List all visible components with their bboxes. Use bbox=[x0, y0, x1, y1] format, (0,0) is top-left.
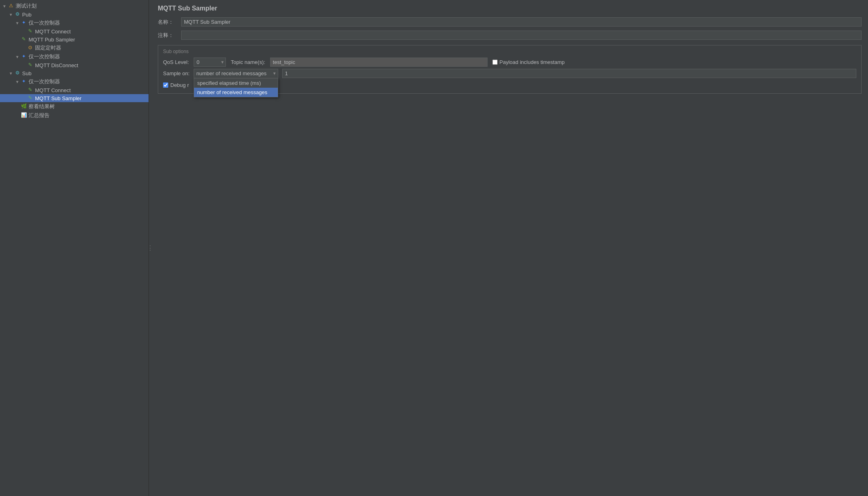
sample-select[interactable]: specified elapsed time (ms) number of re… bbox=[194, 69, 278, 78]
tree-node-icon: 📊 bbox=[20, 112, 27, 119]
comment-row: 注释： bbox=[151, 29, 868, 42]
tree-node-icon: ✦ bbox=[20, 20, 27, 26]
tree-node-icon: ✎ bbox=[27, 62, 34, 68]
sidebar-item-label: 仅一次控制器 bbox=[29, 19, 60, 27]
sample-number-input[interactable] bbox=[282, 69, 856, 78]
sidebar-item-label: MQTT Connect bbox=[35, 29, 71, 35]
payload-checkbox[interactable] bbox=[492, 60, 498, 65]
tree-arrow-icon: ▼ bbox=[14, 80, 20, 84]
sidebar-item-label: MQTT DisConnect bbox=[35, 62, 78, 68]
qos-label: QoS Level: bbox=[163, 59, 189, 65]
sidebar-item-view-results[interactable]: 🌿察看结果树 bbox=[0, 102, 149, 111]
tree-node-icon: ✎ bbox=[20, 36, 27, 43]
sidebar-item-test-plan[interactable]: ▼⚠测试计划 bbox=[0, 2, 149, 10]
tree-arrow-icon: ▼ bbox=[14, 21, 20, 25]
sample-on-label: Sample on: bbox=[163, 70, 190, 76]
sidebar-item-label: 仅一次控制器 bbox=[29, 53, 60, 60]
sidebar-item-mqtt-pub-sampler[interactable]: ✎MQTT Pub Sampler bbox=[0, 35, 149, 43]
sidebar-item-mqtt-connect[interactable]: ✎MQTT Connect bbox=[0, 27, 149, 35]
sample-select-wrapper: specified elapsed time (ms) number of re… bbox=[194, 69, 278, 78]
comment-label: 注释： bbox=[158, 32, 178, 39]
debug-checkbox[interactable] bbox=[163, 82, 168, 88]
tree-arrow-icon: ▼ bbox=[2, 4, 7, 8]
sidebar-item-mqtt-disconnect[interactable]: ✎MQTT DisConnect bbox=[0, 61, 149, 69]
tree-node-icon: 🌿 bbox=[20, 103, 27, 110]
sidebar-item-fixed-timer[interactable]: ⊙固定定时器 bbox=[0, 43, 149, 52]
sidebar-item-mqtt-sub-sampler[interactable]: ✎MQTT Sub Sampler bbox=[0, 94, 149, 102]
tree-node-icon: ⊙ bbox=[27, 45, 34, 51]
tree-node-icon: ⚙ bbox=[14, 70, 21, 76]
debug-checkbox-label[interactable]: Debug r bbox=[163, 82, 189, 88]
sidebar-item-label: Sub bbox=[22, 70, 31, 76]
sample-dropdown-menu: specified elapsed time (ms) number of re… bbox=[194, 78, 278, 97]
tree-arrow-icon: ▼ bbox=[14, 55, 20, 59]
panel: MQTT Sub Sampler 名称： 注释： Sub options QoS… bbox=[151, 0, 868, 94]
name-label: 名称： bbox=[158, 19, 178, 26]
sidebar-item-label: 测试计划 bbox=[16, 2, 37, 10]
qos-topic-row: QoS Level: 0 1 2 ▼ Topic name(s): Payloa… bbox=[163, 58, 856, 67]
sidebar-item-label: Pub bbox=[22, 12, 31, 18]
payload-label: Payload includes timestamp bbox=[500, 59, 565, 65]
sidebar: ▼⚠测试计划▼⚙Pub▼✦仅一次控制器✎MQTT Connect✎MQTT Pu… bbox=[0, 0, 149, 496]
sidebar-item-controller-pub[interactable]: ▼✦仅一次控制器 bbox=[0, 19, 149, 27]
qos-select[interactable]: 0 1 2 bbox=[194, 58, 226, 67]
sidebar-item-label: MQTT Pub Sampler bbox=[29, 37, 75, 43]
tree-node-icon: ✦ bbox=[20, 54, 27, 60]
dropdown-item-elapsed[interactable]: specified elapsed time (ms) bbox=[194, 78, 278, 88]
sidebar-item-label: 汇总报告 bbox=[29, 112, 50, 119]
sidebar-item-sub[interactable]: ▼⚙Sub bbox=[0, 69, 149, 77]
name-input[interactable] bbox=[181, 17, 862, 27]
sub-options-section: Sub options QoS Level: 0 1 2 ▼ Topic nam… bbox=[158, 45, 862, 94]
main-content: MQTT Sub Sampler 名称： 注释： Sub options QoS… bbox=[151, 0, 868, 496]
panel-title: MQTT Sub Sampler bbox=[151, 0, 868, 15]
debug-label: Debug r bbox=[170, 82, 189, 88]
sidebar-item-label: 察看结果树 bbox=[29, 103, 55, 110]
qos-select-wrapper: 0 1 2 ▼ bbox=[194, 58, 226, 67]
payload-checkbox-label[interactable]: Payload includes timestamp bbox=[492, 59, 565, 65]
sidebar-item-label: 仅一次控制器 bbox=[29, 78, 60, 85]
tree-node-icon: ✦ bbox=[20, 78, 27, 85]
name-row: 名称： bbox=[151, 15, 868, 29]
sidebar-item-label: MQTT Sub Sampler bbox=[35, 95, 81, 101]
tree-node-icon: ✎ bbox=[27, 87, 34, 93]
tree-arrow-icon: ▼ bbox=[8, 71, 14, 76]
sidebar-item-controller-sub[interactable]: ▼✦仅一次控制器 bbox=[0, 77, 149, 86]
sidebar-item-mqtt-connect-sub[interactable]: ✎MQTT Connect bbox=[0, 86, 149, 94]
topic-label: Topic name(s): bbox=[231, 59, 265, 65]
comment-input[interactable] bbox=[181, 31, 862, 40]
topic-input[interactable] bbox=[270, 58, 488, 67]
sidebar-item-label: 固定定时器 bbox=[35, 44, 61, 51]
tree-node-icon: ✎ bbox=[27, 95, 34, 101]
tree-node-icon: ⚠ bbox=[7, 3, 14, 9]
sub-options-title: Sub options bbox=[163, 49, 856, 54]
sidebar-item-summary-report[interactable]: 📊汇总报告 bbox=[0, 111, 149, 120]
sample-on-row: Sample on: specified elapsed time (ms) n… bbox=[163, 67, 856, 80]
tree-node-icon: ⚙ bbox=[14, 11, 21, 18]
dropdown-item-messages[interactable]: number of received messages bbox=[194, 88, 278, 97]
tree-arrow-icon: ▼ bbox=[8, 12, 14, 17]
sidebar-item-controller-2[interactable]: ▼✦仅一次控制器 bbox=[0, 52, 149, 61]
tree-node-icon: ✎ bbox=[27, 28, 34, 35]
sidebar-item-label: MQTT Connect bbox=[35, 87, 71, 93]
sidebar-item-pub[interactable]: ▼⚙Pub bbox=[0, 10, 149, 19]
